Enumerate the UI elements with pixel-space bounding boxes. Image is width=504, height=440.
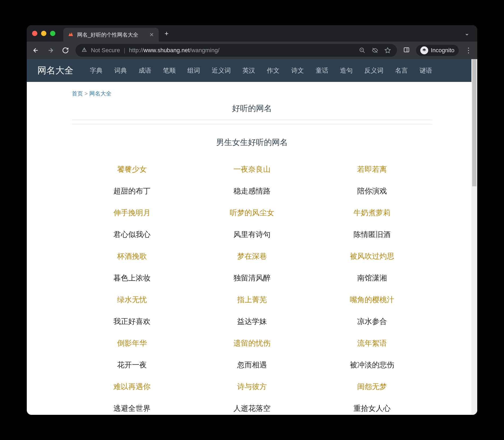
name-link[interactable]: 牛奶煮萝莉 (312, 202, 432, 224)
section-title: 男生女生好听的网名 (72, 137, 432, 148)
tab-title: 网名_好听的个性网名大全 (77, 31, 138, 38)
name-link[interactable]: 绿水无忧 (72, 289, 192, 311)
url-field[interactable]: Not Secure | http://www.shubang.net/wang… (76, 44, 397, 57)
name-text: 陈情匿旧酒 (312, 224, 432, 245)
close-window-button[interactable] (32, 31, 37, 36)
name-text: 南馆潇湘 (312, 267, 432, 289)
svg-rect-1 (404, 48, 409, 52)
name-link[interactable]: 听梦的风尘女 (192, 202, 312, 224)
name-text: 凉水参合 (312, 311, 432, 332)
name-link[interactable]: 若即若离 (312, 159, 432, 180)
not-secure-icon (81, 47, 87, 54)
name-link[interactable]: 指上菁芜 (192, 289, 312, 311)
site-title[interactable]: 网名大全 (37, 64, 73, 77)
name-text: 花开一夜 (72, 354, 192, 376)
scrollbar-thumb[interactable] (472, 59, 476, 186)
reload-button[interactable] (62, 47, 69, 54)
not-secure-label: Not Secure (91, 47, 120, 54)
name-text: 我正好喜欢 (72, 311, 192, 332)
name-text: 风里有诗句 (192, 224, 312, 245)
browser-window: 网名_好听的个性网名大全 ✕ + ⌄ Not Secure | http://w (27, 25, 477, 415)
name-link[interactable]: 嘴角的樱桃汁 (312, 289, 432, 311)
window-controls (32, 31, 55, 36)
name-text: 超甜的布丁 (72, 180, 192, 202)
nav-buttons (32, 47, 69, 54)
name-text: 暮色上浓妆 (72, 267, 192, 289)
breadcrumb-sep: > (85, 90, 88, 96)
back-button[interactable] (32, 47, 39, 54)
name-link[interactable]: 流年絮语 (312, 332, 432, 354)
name-text: 逃避全世界 (72, 398, 192, 415)
panel-icon[interactable] (403, 47, 410, 54)
page-title: 好听的网名 (72, 103, 432, 120)
name-link[interactable]: 伸手挽明月 (72, 202, 192, 224)
tabs-dropdown-icon[interactable]: ⌄ (465, 30, 469, 37)
favicon-icon (68, 32, 73, 38)
name-link[interactable]: 杯酒挽歌 (72, 245, 192, 267)
breadcrumb: 首页 > 网名大全 (72, 90, 432, 97)
new-tab-button[interactable]: + (165, 29, 169, 38)
nav-link[interactable]: 词典 (114, 66, 127, 75)
addr-right-icons (359, 47, 391, 54)
url-scheme: http:// (129, 47, 144, 54)
bookmark-star-icon[interactable] (384, 47, 391, 54)
breadcrumb-current[interactable]: 网名大全 (89, 90, 112, 96)
content-area: 首页 > 网名大全 好听的网名 男生女生好听的网名 饕餮少女一夜奈良山若即若离超… (27, 82, 477, 415)
scrollbar[interactable] (471, 59, 477, 415)
site-nav: 网名大全 字典词典成语笔顺组词近义词英汉作文诗文童话造句反义词名言谜语 (27, 59, 477, 82)
nav-link[interactable]: 诗文 (291, 66, 304, 75)
name-link[interactable]: 遗留的忧伤 (192, 332, 312, 354)
incognito-icon (420, 46, 428, 54)
url-text: http://www.shubang.net/wangming/ (129, 47, 219, 54)
nav-link[interactable]: 反义词 (364, 66, 383, 75)
name-text: 陪你演戏 (312, 180, 432, 202)
nav-link[interactable]: 近义词 (212, 66, 231, 75)
zoom-icon[interactable] (359, 47, 366, 54)
name-text: 独留清风醉 (192, 267, 312, 289)
name-link[interactable]: 倒影年华 (72, 332, 192, 354)
name-text: 稳走感情路 (192, 180, 312, 202)
breadcrumb-home[interactable]: 首页 (72, 90, 83, 96)
forward-button[interactable] (47, 47, 54, 54)
name-link[interactable]: 饕餮少女 (72, 159, 192, 180)
separator: | (124, 47, 125, 54)
menu-button[interactable]: ⋮ (465, 46, 472, 55)
name-link[interactable]: 诗与彼方 (192, 376, 312, 398)
nav-link[interactable]: 作文 (267, 66, 280, 75)
nav-links: 字典词典成语笔顺组词近义词英汉作文诗文童话造句反义词名言谜语 (90, 66, 432, 75)
name-link[interactable]: 难以再遇你 (72, 376, 192, 398)
name-text: 重拾女人心 (312, 398, 432, 415)
tab-bar: 网名_好听的个性网名大全 ✕ + ⌄ (27, 25, 477, 42)
nav-link[interactable]: 笔顺 (163, 66, 176, 75)
name-link[interactable]: 闺怨无梦 (312, 376, 432, 398)
incognito-badge[interactable]: Incognito (416, 45, 459, 56)
url-path: /wangming/ (190, 47, 220, 54)
name-link[interactable]: 梦在深巷 (192, 245, 312, 267)
name-grid: 饕餮少女一夜奈良山若即若离超甜的布丁稳走感情路陪你演戏伸手挽明月听梦的风尘女牛奶… (72, 159, 432, 415)
address-bar: Not Secure | http://www.shubang.net/wang… (27, 42, 477, 59)
name-text: 君心似我心 (72, 224, 192, 245)
close-tab-icon[interactable]: ✕ (149, 32, 154, 38)
nav-link[interactable]: 造句 (340, 66, 353, 75)
nav-link[interactable]: 名言 (395, 66, 408, 75)
nav-link[interactable]: 成语 (139, 66, 151, 75)
nav-link[interactable]: 组词 (187, 66, 200, 75)
url-host: www.shubang.net (144, 47, 190, 54)
nav-link[interactable]: 童话 (316, 66, 328, 75)
divider (72, 120, 432, 124)
minimize-window-button[interactable] (41, 31, 46, 36)
page-viewport: 网名大全 字典词典成语笔顺组词近义词英汉作文诗文童话造句反义词名言谜语 首页 >… (27, 59, 477, 415)
name-link[interactable]: 被风吹过灼思 (312, 245, 432, 267)
incognito-label: Incognito (431, 47, 454, 54)
name-text: 被冲淡的悲伤 (312, 354, 432, 376)
name-text: 忽而相遇 (192, 354, 312, 376)
maximize-window-button[interactable] (50, 31, 55, 36)
name-text: 益达学妹 (192, 311, 312, 332)
browser-tab[interactable]: 网名_好听的个性网名大全 ✕ (63, 28, 159, 42)
name-text: 人逝花落空 (192, 398, 312, 415)
eye-off-icon[interactable] (372, 47, 378, 54)
nav-link[interactable]: 英汉 (242, 66, 255, 75)
nav-link[interactable]: 谜语 (419, 66, 432, 75)
nav-link[interactable]: 字典 (90, 66, 103, 75)
name-link[interactable]: 一夜奈良山 (192, 159, 312, 180)
